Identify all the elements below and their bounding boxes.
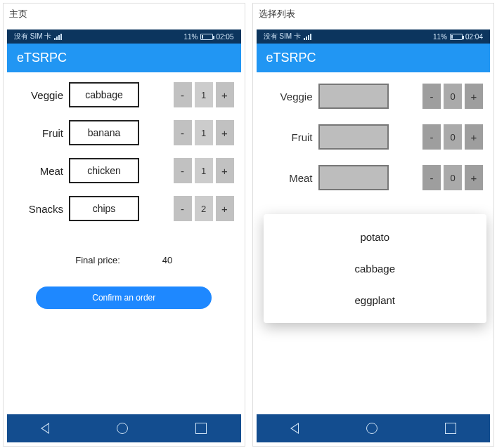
row-label: Snacks [14, 203, 63, 215]
phone-left: 没有 SIM 卡 11% 02:05 eTSRPC Veggie cabbage… [4, 26, 245, 446]
price-row: Final price: 40 [14, 255, 234, 265]
plus-button[interactable]: + [216, 158, 234, 183]
statusbar-right: 没有 SIM 卡 11% 02:04 [257, 29, 491, 44]
panel-main: 主页 没有 SIM 卡 11% 02:05 eTSRPC Veggie cabb… [3, 3, 245, 447]
qty-value: 2 [195, 196, 213, 221]
row-veggie: Veggie - 0 + [264, 84, 484, 109]
panel-title-left: 主页 [4, 4, 245, 26]
minus-button[interactable]: - [174, 196, 192, 221]
stepper-fruit: - 1 + [174, 120, 234, 145]
stepper-fruit: - 0 + [422, 124, 483, 150]
stepper-snacks: - 2 + [174, 196, 234, 221]
qty-value: 1 [195, 158, 213, 183]
row-label: Meat [14, 165, 63, 177]
row-label: Fruit [14, 127, 63, 139]
select-snacks[interactable]: chips [69, 196, 139, 221]
qty-value: 0 [444, 165, 462, 190]
row-label: Meat [264, 172, 313, 184]
qty-value: 0 [444, 84, 462, 109]
qty-value: 0 [444, 124, 462, 150]
sim-status-text: 没有 SIM 卡 [14, 32, 51, 41]
select-meat[interactable] [318, 165, 389, 190]
minus-button[interactable]: - [174, 82, 192, 107]
nav-home-icon[interactable] [117, 423, 128, 434]
qty-value: 1 [195, 82, 213, 107]
row-label: Veggie [264, 91, 313, 103]
statusbar-left: 没有 SIM 卡 11% 02:05 [7, 29, 241, 44]
row-fruit: Fruit banana - 1 + [14, 120, 234, 145]
minus-button[interactable]: - [422, 84, 441, 109]
plus-button[interactable]: + [465, 124, 483, 150]
battery-pct: 11% [433, 33, 447, 41]
row-label: Fruit [264, 131, 313, 143]
price-label: Final price: [75, 255, 120, 265]
stepper-veggie: - 0 + [422, 84, 483, 109]
app-title: eTSRPC [7, 44, 241, 72]
sim-status-text: 没有 SIM 卡 [264, 32, 301, 41]
android-navbar [257, 414, 491, 442]
app-title: eTSRPC [257, 44, 491, 72]
row-meat: Meat - 0 + [264, 165, 484, 190]
plus-button[interactable]: + [216, 120, 234, 145]
row-fruit: Fruit - 0 + [264, 124, 484, 150]
row-label: Veggie [14, 89, 63, 101]
panel-select-list: 选择列表 没有 SIM 卡 11% 02:04 eTSRPC Veggie - … [252, 3, 495, 447]
stepper-meat: - 0 + [422, 165, 483, 190]
nav-back-icon[interactable] [290, 423, 299, 434]
battery-icon [200, 34, 213, 40]
minus-button[interactable]: - [422, 165, 441, 190]
android-navbar [7, 414, 241, 442]
phone-right: 没有 SIM 卡 11% 02:04 eTSRPC Veggie - 0 + [253, 26, 494, 446]
plus-button[interactable]: + [465, 84, 483, 109]
minus-button[interactable]: - [174, 158, 192, 183]
nav-recent-icon[interactable] [195, 423, 207, 434]
qty-value: 1 [195, 120, 213, 145]
plus-button[interactable]: + [216, 196, 234, 221]
stepper-veggie: - 1 + [174, 82, 234, 107]
select-veggie[interactable]: cabbage [69, 82, 139, 107]
minus-button[interactable]: - [422, 124, 441, 150]
plus-button[interactable]: + [465, 165, 483, 190]
signal-icon [54, 34, 62, 40]
row-veggie: Veggie cabbage - 1 + [14, 82, 234, 107]
select-fruit[interactable]: banana [69, 120, 139, 145]
plus-button[interactable]: + [216, 82, 234, 107]
row-meat: Meat chicken - 1 + [14, 158, 234, 183]
confirm-order-button[interactable]: Confirm an order [285, 286, 461, 308]
battery-pct: 11% [183, 33, 198, 41]
signal-icon [304, 34, 311, 40]
select-meat[interactable]: chicken [69, 158, 139, 183]
clock-time: 02:04 [465, 33, 483, 41]
panel-title-right: 选择列表 [253, 4, 494, 26]
battery-icon [450, 34, 463, 40]
clock-time: 02:05 [216, 33, 233, 41]
stepper-meat: - 1 + [174, 158, 234, 183]
confirm-order-button[interactable]: Confirm an order [36, 286, 212, 309]
nav-home-icon[interactable] [366, 423, 377, 434]
nav-back-icon[interactable] [41, 423, 49, 434]
nav-recent-icon[interactable] [445, 423, 456, 434]
row-snacks: Snacks chips - 2 + [14, 196, 234, 221]
select-veggie[interactable] [318, 84, 389, 109]
price-value: 40 [162, 255, 172, 265]
minus-button[interactable]: - [174, 120, 192, 145]
select-fruit[interactable] [318, 124, 389, 150]
